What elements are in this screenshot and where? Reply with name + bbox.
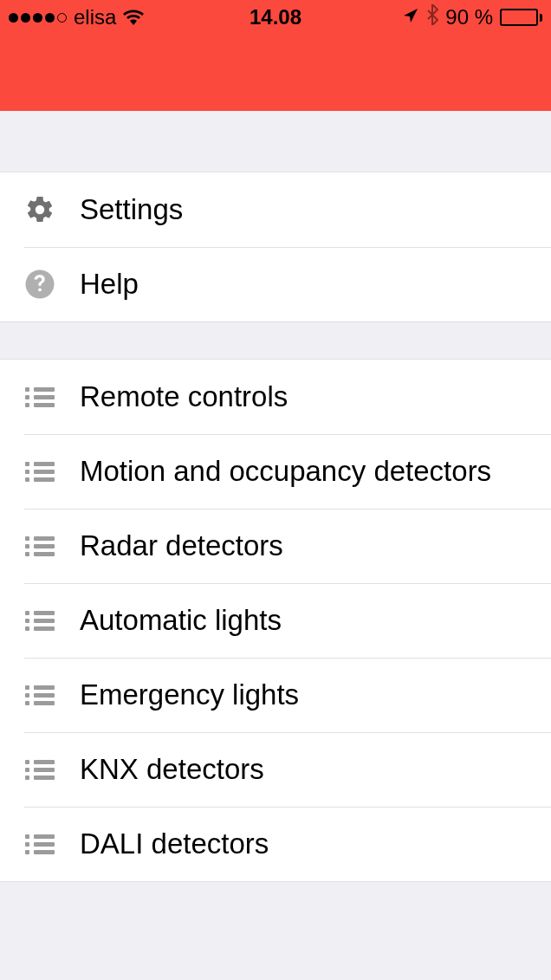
menu-item-label: Settings	[80, 193, 183, 226]
menu-item-label: Emergency lights	[80, 678, 299, 711]
menu-item-help[interactable]: Help	[0, 247, 551, 321]
menu-item-dali-detectors[interactable]: DALI detectors	[0, 807, 551, 881]
bluetooth-icon	[426, 4, 438, 30]
status-right: 90 %	[402, 4, 542, 30]
list-icon	[24, 456, 55, 487]
menu-item-settings[interactable]: Settings	[0, 172, 551, 247]
status-left: elisa	[9, 5, 144, 29]
section-spacer	[0, 322, 551, 359]
gear-icon	[24, 194, 55, 225]
menu-item-label: Automatic lights	[80, 604, 282, 637]
list-icon	[24, 828, 55, 860]
list-icon	[24, 530, 55, 561]
list-icon	[24, 605, 55, 636]
battery-icon	[500, 9, 542, 26]
menu-item-label: Help	[80, 268, 139, 301]
section-spacer	[0, 111, 551, 172]
menu-item-remote-controls[interactable]: Remote controls	[0, 360, 551, 434]
menu-item-emergency-lights[interactable]: Emergency lights	[0, 658, 551, 732]
menu-item-label: Remote controls	[80, 380, 288, 413]
signal-strength-icon	[9, 13, 67, 23]
question-icon	[24, 269, 55, 300]
list-icon	[24, 381, 55, 412]
clock: 14.08	[250, 5, 301, 29]
menu-item-label: Motion and occupancy detectors	[80, 455, 491, 488]
menu-section-top: Settings Help	[0, 172, 551, 322]
menu-item-automatic-lights[interactable]: Automatic lights	[0, 583, 551, 658]
location-icon	[402, 5, 419, 29]
battery-percent: 90 %	[445, 5, 493, 29]
list-icon	[24, 679, 55, 711]
status-bar: elisa 14.08 90 %	[0, 0, 551, 35]
menu-item-motion-occupancy[interactable]: Motion and occupancy detectors	[0, 434, 551, 509]
menu-section-categories: Remote controls Motion and occupancy det…	[0, 359, 551, 882]
menu-item-knx-detectors[interactable]: KNX detectors	[0, 732, 551, 807]
menu-item-label: DALI detectors	[80, 827, 269, 860]
list-icon	[24, 754, 55, 785]
menu-item-label: Radar detectors	[80, 529, 283, 562]
menu-item-label: KNX detectors	[80, 753, 264, 786]
wifi-icon	[123, 10, 144, 25]
menu-item-radar-detectors[interactable]: Radar detectors	[0, 509, 551, 583]
carrier-label: elisa	[74, 5, 116, 29]
nav-header	[0, 35, 551, 111]
